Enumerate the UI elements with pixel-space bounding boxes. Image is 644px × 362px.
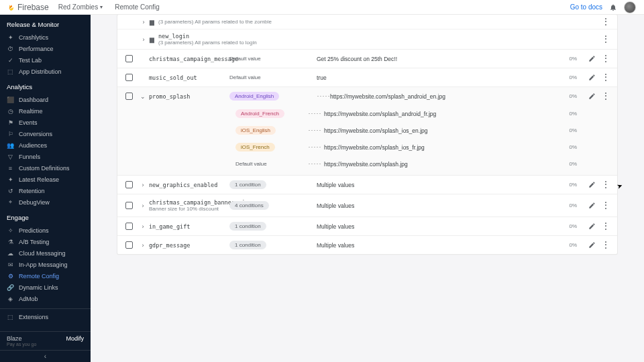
pencil-icon[interactable] (588, 202, 596, 209)
sidebar-item-audiences[interactable]: 👥Audiences (0, 139, 91, 151)
sidebar-item-dynamiclinks[interactable]: 🔗Dynamic Links (0, 282, 91, 293)
chevron-right-icon[interactable]: › (140, 182, 146, 188)
sidebar-item-conversions[interactable]: ⚐Conversions (0, 128, 91, 139)
chevron-right-icon[interactable]: › (140, 202, 146, 209)
sidebar-item-dashboard[interactable]: ⬛Dashboard (0, 94, 91, 105)
fetch-pct: 0% (550, 56, 577, 62)
pencil-icon[interactable] (588, 223, 596, 230)
sidebar-item-debugview[interactable]: ⌖DebugView (0, 196, 91, 208)
param-name: promo_splash (149, 93, 229, 100)
condition-chip: 1 condition (229, 241, 266, 249)
admob-icon: ◈ (7, 295, 14, 302)
condition-chip: Android_French (235, 109, 284, 118)
plan-sub: Pay as you go (7, 342, 36, 347)
overflow-icon[interactable]: ⋮ (601, 36, 610, 43)
overflow-icon[interactable]: ⋮ (601, 74, 610, 81)
project-selector[interactable]: Red Zombies ▾ (58, 3, 103, 11)
overflow-icon[interactable]: ⋮ (601, 181, 610, 188)
abtest-icon: ⚗ (7, 238, 14, 245)
param-row[interactable]: ›new_graphics_enabled1 conditionMultiple… (117, 175, 617, 194)
collapse-sidebar[interactable]: ‹ (0, 350, 91, 362)
sidebar-item-testlab[interactable]: ✓Test Lab (0, 54, 91, 66)
param-row[interactable]: ›gdpr_message1 conditionMultiple values0… (117, 235, 617, 254)
overflow-icon[interactable]: ⋮ (601, 18, 610, 25)
predictions-icon: ✧ (7, 227, 14, 234)
go-to-docs-link[interactable]: Go to docs (570, 3, 602, 11)
performance-icon: ⏱ (7, 45, 14, 52)
condition-chip: 4 conditions (229, 201, 269, 210)
sidebar-item-inappmessaging[interactable]: ✉In-App Messaging (0, 259, 91, 270)
overflow-icon[interactable]: ⋮ (601, 241, 610, 249)
condition-chip: 1 condition (229, 180, 266, 189)
chevron-right-icon[interactable]: › (140, 223, 146, 230)
debug-icon: ⌖ (7, 198, 14, 206)
firebase-logo[interactable]: Firebase (8, 3, 49, 12)
pencil-icon[interactable] (588, 93, 596, 100)
sidebar-item-crashlytics[interactable]: ✦Crashlytics (0, 32, 91, 43)
inapp-icon: ✉ (7, 261, 14, 268)
folder-row[interactable]: › ▆ new_login (3 parameters) All params … (117, 29, 617, 49)
dynamiclinks-icon: 🔗 (7, 284, 14, 291)
param-row[interactable]: music_sold_out Default value true 0% ⋮ (117, 68, 617, 86)
checkbox[interactable] (125, 241, 133, 249)
param-value: true (317, 74, 550, 81)
customdef-icon: ≡ (7, 164, 14, 172)
sidebar-item-extensions[interactable]: ⬚Extensions (0, 308, 91, 322)
chevron-down-icon[interactable]: ⌄ (140, 93, 146, 100)
sidebar-item-cloudmessaging[interactable]: ☁Cloud Messaging (0, 247, 91, 259)
modify-plan-link[interactable]: Modify (66, 335, 84, 347)
sidebar-item-predictions[interactable]: ✧Predictions (0, 225, 91, 236)
sidebar-item-retention[interactable]: ↺Retention (0, 185, 91, 196)
plan-name: Blaze (7, 335, 36, 342)
param-value: Multiple values (317, 223, 550, 230)
sidebar-item-abtesting[interactable]: ⚗A/B Testing (0, 236, 91, 247)
pencil-icon[interactable] (588, 241, 596, 249)
topbar-right: Go to docs (570, 1, 636, 13)
param-row[interactable]: ›in_game_gift1 conditionMultiple values0… (117, 217, 617, 235)
checkbox[interactable] (125, 93, 133, 100)
bell-icon[interactable] (609, 3, 617, 11)
sidebar-item-customdef[interactable]: ≡Custom Definitions (0, 162, 91, 174)
param-name: gdpr_message (149, 242, 229, 249)
sidebar-item-events[interactable]: ⚑Events (0, 117, 91, 128)
checkbox[interactable] (125, 202, 133, 209)
sidebar-item-latestrelease[interactable]: ✦Latest Release (0, 174, 91, 185)
folder-row[interactable]: › ▆ (3 parameters) All params related to… (117, 15, 617, 29)
content-area: › ▆ (3 parameters) All params related to… (91, 15, 644, 362)
release-icon: ✦ (7, 176, 14, 183)
sidebar-item-remoteconfig[interactable]: ⚙Remote Config (0, 270, 91, 282)
checkbox[interactable] (125, 74, 133, 81)
param-value: https://mywebsite.com/splash_android_en.… (330, 93, 550, 100)
param-row[interactable]: christmas_campaign_message Default value… (117, 49, 617, 68)
sidebar-item-performance[interactable]: ⏱Performance (0, 43, 91, 54)
pencil-icon[interactable] (588, 181, 596, 188)
chevron-right-icon[interactable]: › (140, 19, 147, 25)
chevron-right-icon[interactable]: › (140, 36, 147, 43)
fetch-pct: 0% (550, 223, 577, 229)
brand-text: Firebase (17, 3, 49, 12)
sidebar-heading-engage: Engage (0, 208, 91, 225)
checkbox[interactable] (125, 55, 133, 62)
sidebar-item-realtime[interactable]: ◷Realtime (0, 105, 91, 117)
param-value: Multiple values (317, 242, 550, 249)
pencil-icon[interactable] (588, 55, 596, 62)
avatar[interactable] (624, 1, 636, 13)
checkbox[interactable] (125, 223, 133, 230)
overflow-icon[interactable]: ⋮ (601, 202, 610, 209)
param-row-expanded[interactable]: ⌄ promo_splash Android_English https://m… (117, 86, 617, 105)
sidebar-item-appdistribution[interactable]: ⬚App Distribution (0, 66, 91, 77)
pencil-icon[interactable] (588, 74, 596, 81)
sidebar-item-admob[interactable]: ◈AdMob (0, 293, 91, 304)
overflow-icon[interactable]: ⋮ (601, 55, 610, 62)
sidebar-item-funnels[interactable]: ▽Funnels (0, 151, 91, 162)
chevron-down-icon: ▾ (100, 4, 103, 10)
param-subrow: Android_French https://mywebsite.com/spl… (117, 105, 617, 122)
overflow-icon[interactable]: ⋮ (601, 93, 610, 100)
checkbox[interactable] (125, 181, 133, 188)
param-name: music_sold_out (149, 74, 229, 81)
param-row[interactable]: ›christmas_campaign_banner_sizeBanner si… (117, 194, 617, 217)
chevron-right-icon[interactable]: › (140, 242, 146, 249)
overflow-icon[interactable]: ⋮ (601, 223, 610, 230)
fetch-pct: 0% (550, 242, 577, 248)
param-value: Multiple values (317, 202, 550, 209)
